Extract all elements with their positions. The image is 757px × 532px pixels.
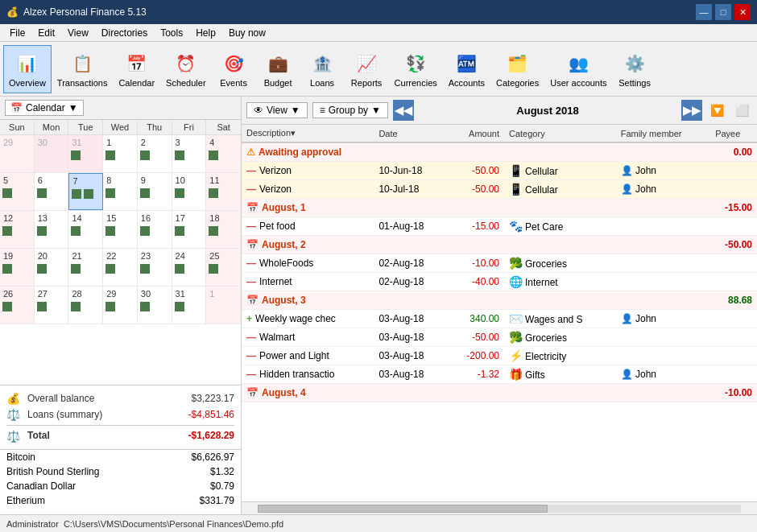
cal-cell-31[interactable]: 31: [68, 135, 103, 172]
next-month-button[interactable]: ▶▶: [681, 100, 702, 121]
table-row[interactable]: —Verizon 10-Jul-18 -50.00 📱Cellular 👤 Jo…: [242, 180, 757, 199]
toolbar-calendar-button[interactable]: 📅Calendar: [113, 45, 160, 93]
cal-cell-14[interactable]: 14: [68, 211, 103, 248]
right-panel: 👁 View ▼ ≡ Group by ▼ ◀◀ August 2018 ▶▶ …: [242, 97, 757, 514]
cal-cell-20[interactable]: 20: [35, 249, 69, 286]
cal-cell-22[interactable]: 22: [103, 249, 138, 286]
cal-cell-25[interactable]: 25: [206, 249, 241, 286]
accounts-icon: 🏧: [453, 51, 479, 76]
prev-month-button[interactable]: ◀◀: [393, 100, 414, 121]
toolbar-budget-button[interactable]: 💼Budget: [256, 45, 300, 93]
table-row[interactable]: —Pet food 01-Aug-18 -15.00 🐾Pet Care: [242, 217, 757, 236]
cal-cell-27[interactable]: 27: [35, 287, 69, 324]
cal-indicator: [140, 151, 150, 160]
view-toggle-button[interactable]: ⬜: [732, 101, 752, 120]
group-by-button[interactable]: ≡ Group by ▼: [312, 102, 388, 118]
table-row[interactable]: —Internet 02-Aug-18 -40.00 🌐Internet: [242, 273, 757, 291]
toolbar-reports-button[interactable]: 📈Reports: [345, 45, 389, 93]
cal-indicator: [105, 188, 115, 198]
cal-cell-4[interactable]: 4: [206, 135, 241, 172]
cal-cell-5[interactable]: 5: [0, 173, 35, 210]
cal-cell-1[interactable]: 1: [206, 287, 241, 324]
total-icon: ⚖️: [6, 430, 20, 443]
currency-scroll[interactable]: Bitcoin$6,626.97British Pound Sterling$1…: [0, 450, 241, 514]
cal-cell-16[interactable]: 16: [138, 211, 172, 248]
table-row[interactable]: —Hidden transactio 03-Aug-18 -1.32 🎁Gift…: [242, 365, 757, 384]
table-row[interactable]: —Walmart 03-Aug-18 -50.00 🥦Groceries: [242, 328, 757, 347]
transaction-group-row: 📅August, 4 -10.00: [242, 384, 757, 402]
toolbar-loans-button[interactable]: 🏦Loans: [300, 45, 345, 93]
cal-indicator: [2, 264, 12, 274]
horizontal-scrollbar[interactable]: [242, 501, 757, 514]
toolbar-overview-button[interactable]: 📊Overview: [3, 45, 52, 93]
toolbar-accounts-button[interactable]: 🏧Accounts: [443, 45, 490, 93]
cal-indicator: [105, 151, 115, 160]
menu-item-edit[interactable]: Edit: [31, 26, 61, 40]
cal-cell-19[interactable]: 19: [0, 249, 35, 286]
cal-cell-17[interactable]: 17: [172, 211, 207, 248]
cal-cell-12[interactable]: 12: [0, 211, 35, 248]
cal-cell-23[interactable]: 23: [138, 249, 172, 286]
currency-row[interactable]: Canadian Dollar$0.79: [0, 479, 241, 493]
cal-cell-8[interactable]: 8: [103, 173, 138, 210]
cal-cell-30[interactable]: 30: [35, 135, 69, 172]
cal-cell-2[interactable]: 2: [138, 135, 172, 172]
cal-cell-3[interactable]: 3: [172, 135, 207, 172]
toolbar-events-button[interactable]: 🎯Events: [212, 45, 256, 93]
menu-item-help[interactable]: Help: [189, 26, 222, 40]
scroll-thumb[interactable]: [258, 505, 548, 513]
menu-item-file[interactable]: File: [3, 26, 31, 40]
currency-row[interactable]: Etherium$331.79: [0, 493, 241, 508]
cal-cell-1[interactable]: 1: [103, 135, 138, 172]
cal-cell-31[interactable]: 31: [172, 287, 207, 324]
cal-cell-10[interactable]: 10: [172, 173, 207, 210]
cal-cell-29[interactable]: 29: [103, 287, 138, 324]
cal-cell-30[interactable]: 30: [138, 287, 172, 324]
toolbar-currencies-button[interactable]: 💱Currencies: [389, 45, 443, 93]
menu-item-directories[interactable]: Directories: [95, 26, 154, 40]
cal-cell-15[interactable]: 15: [103, 211, 138, 248]
scheduler-icon: ⏰: [173, 51, 199, 76]
cal-cell-24[interactable]: 24: [172, 249, 207, 286]
minimize-button[interactable]: —: [696, 4, 712, 20]
cal-cell-18[interactable]: 18: [206, 211, 241, 248]
toolbar-scheduler-button[interactable]: ⏰Scheduler: [160, 45, 212, 93]
filter-button[interactable]: 🔽: [707, 101, 727, 120]
transactions-table-container[interactable]: Description▾ Date Amount Category Family…: [242, 125, 757, 501]
menu-item-tools[interactable]: Tools: [154, 26, 189, 40]
toolbar-user_accounts-button[interactable]: 👥User accounts: [544, 45, 612, 93]
dash-icon: —: [246, 369, 256, 380]
calendar-dropdown[interactable]: 📅 Calendar ▼: [5, 100, 84, 116]
menu-item-view[interactable]: View: [61, 26, 95, 40]
menu-item-buy-now[interactable]: Buy now: [222, 26, 272, 40]
cal-cell-11[interactable]: 11: [206, 173, 241, 210]
maximize-button[interactable]: □: [715, 4, 731, 20]
cal-cell-26[interactable]: 26: [0, 287, 35, 324]
cal-week-1: 567891011: [0, 173, 241, 211]
calendar-icon: 📅: [124, 51, 150, 76]
cal-cell-28[interactable]: 28: [68, 287, 103, 324]
table-row[interactable]: —Power and Light 03-Aug-18 -200.00 ⚡Elec…: [242, 347, 757, 365]
calendar-icon: 📅: [10, 102, 23, 113]
table-row[interactable]: +Weekly wage chec 03-Aug-18 340.00 ✉️Wag…: [242, 310, 757, 328]
toolbar-transactions-button[interactable]: 📋Transactions: [52, 45, 114, 93]
cal-cell-13[interactable]: 13: [35, 211, 69, 248]
cal-cell-21[interactable]: 21: [68, 249, 103, 286]
dash-icon: —: [246, 221, 256, 232]
col-payee: Payee: [710, 125, 757, 142]
table-row[interactable]: —WholeFoods 02-Aug-18 -10.00 🥦Groceries: [242, 254, 757, 273]
cal-cell-6[interactable]: 6: [35, 173, 69, 210]
table-row[interactable]: —Verizon 10-Jun-18 -50.00 📱Cellular 👤 Jo…: [242, 162, 757, 180]
cal-cell-29[interactable]: 29: [0, 135, 35, 172]
toolbar-settings-button[interactable]: ⚙️Settings: [613, 45, 657, 93]
cal-indicator: [71, 151, 81, 160]
view-button[interactable]: 👁 View ▼: [246, 102, 308, 118]
currency-row[interactable]: Bitcoin$6,626.97: [0, 450, 241, 464]
currency-value: $331.79: [200, 495, 234, 506]
currency-row[interactable]: British Pound Sterling$1.32: [0, 464, 241, 479]
cal-indicator: [2, 226, 12, 236]
close-button[interactable]: ✕: [734, 4, 751, 20]
cal-cell-9[interactable]: 9: [138, 173, 172, 210]
toolbar-categories-button[interactable]: 🗂️Categories: [490, 45, 544, 93]
cal-cell-7[interactable]: 7: [68, 173, 103, 210]
